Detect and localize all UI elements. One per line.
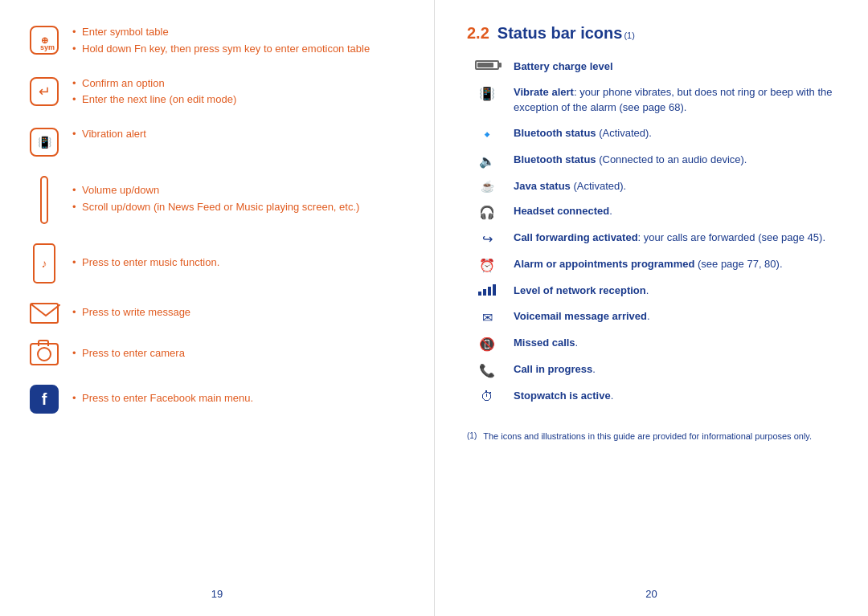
voicemail-desc: . [647, 310, 650, 322]
camera-bullet-list: Press to enter camera [72, 345, 402, 362]
status-missed: 📵 Missed calls. [467, 335, 836, 352]
vibrate-icon-col: 📳 [467, 84, 507, 101]
java-icon: ☕ [481, 180, 494, 193]
list-item: Volume up/down [72, 182, 402, 199]
item-facebook: f Press to enter Facebook main menu. [24, 383, 402, 414]
list-item: Scroll up/down (in News Feed or Music pl… [72, 199, 402, 216]
forwarding-icon: ↪ [482, 231, 493, 247]
bluetooth2-desc: (Connected to an audio device). [596, 153, 747, 165]
battery-label: Battery charge level [514, 60, 613, 72]
alarm-icon: ⏰ [479, 258, 495, 273]
item-enter: ↵ Confirm an option Enter the next line … [24, 75, 402, 109]
vibrate-icon: 📳 [479, 86, 495, 101]
message-text-col: Press to write message [64, 304, 402, 321]
network-icon-col [467, 283, 507, 296]
bluetooth1-desc: (Activated). [596, 127, 652, 139]
voicemail-icon-col: ✉ [467, 308, 507, 325]
vibration-bullet-list: Vibration alert [72, 126, 402, 143]
java-icon-col: ☕ [467, 178, 507, 193]
alarm-text: Alarm or appointments programmed (see pa… [507, 256, 836, 272]
network-icon [478, 284, 496, 296]
forwarding-icon-col: ↪ [467, 230, 507, 247]
volume-key-icon [40, 176, 48, 224]
camera-text-col: Press to enter camera [64, 345, 402, 362]
item-vibration: 📳 Vibration alert [24, 126, 402, 157]
list-item: Press to write message [72, 304, 402, 321]
bluetooth1-icon: 🔹 [479, 127, 495, 142]
battery-icon-col [467, 59, 507, 70]
status-vibrate: 📳 Vibrate alert: your phone vibrates, bu… [467, 84, 836, 116]
status-headset: 🎧 Headset connected. [467, 203, 836, 220]
footnote: (1) The icons and illustrations in this … [467, 430, 836, 443]
sym-text-col: Enter symbol table Hold down Fn key, the… [64, 24, 402, 58]
status-alarm: ⏰ Alarm or appointments programmed (see … [467, 256, 836, 273]
battery-text: Battery charge level [507, 59, 836, 75]
item-sym: ⊕ sym Enter symbol table Hold down Fn ke… [24, 24, 402, 58]
call-icon: 📞 [479, 363, 495, 378]
section-header: 2.2 Status bar icons (1) [467, 24, 836, 43]
section-superscript: (1) [624, 31, 634, 40]
voicemail-icon: ✉ [482, 310, 493, 325]
enter-icon-col: ↵ [24, 75, 64, 106]
item-music: ♪ Press to enter music function. [24, 242, 402, 284]
message-bullet-list: Press to write message [72, 304, 402, 321]
battery-icon [475, 60, 499, 70]
item-message: Press to write message [24, 301, 402, 324]
bluetooth2-text: Bluetooth status (Connected to an audio … [507, 152, 836, 168]
headset-desc: . [609, 205, 612, 217]
volume-bullet-list: Volume up/down Scroll up/down (in News F… [72, 182, 402, 216]
call-text: Call in progress. [507, 361, 836, 377]
enter-text-col: Confirm an option Enter the next line (o… [64, 75, 402, 109]
section-title: Status bar icons [497, 24, 623, 43]
left-page: ⊕ sym Enter symbol table Hold down Fn ke… [0, 0, 434, 616]
missed-call-icon: 📵 [479, 337, 495, 352]
stopwatch-icon-col: ⏱ [467, 388, 507, 404]
headset-text: Headset connected. [507, 203, 836, 219]
headset-icon-col: 🎧 [467, 203, 507, 220]
stopwatch-icon: ⏱ [481, 390, 493, 404]
list-item: Confirm an option [72, 75, 402, 92]
headset-icon: 🎧 [479, 205, 495, 220]
camera-key-icon [30, 343, 59, 365]
network-text: Level of network reception. [507, 283, 836, 299]
status-stopwatch: ⏱ Stopwatch is active. [467, 388, 836, 404]
vibration-icon-col: 📳 [24, 126, 64, 157]
right-page: 2.2 Status bar icons (1) Battery charge … [434, 0, 868, 616]
missed-desc: . [575, 337, 579, 349]
sym-bullet-list: Enter symbol table Hold down Fn key, the… [72, 24, 402, 58]
missed-text: Missed calls. [507, 335, 836, 351]
enter-bullet-list: Confirm an option Enter the next line (o… [72, 75, 402, 109]
status-bluetooth2: 🔈 Bluetooth status (Connected to an audi… [467, 152, 836, 169]
alarm-icon-col: ⏰ [467, 256, 507, 273]
missed-label: Missed calls [514, 337, 575, 349]
call-label: Call in progress [514, 363, 592, 375]
vibrate-label: Vibrate alert [514, 86, 574, 98]
item-camera: Press to enter camera [24, 341, 402, 365]
sym-key-icon: ⊕ sym [30, 26, 59, 55]
status-java: ☕ Java status (Activated). [467, 178, 836, 194]
list-item: Press to enter camera [72, 345, 402, 362]
envelope-key-icon [30, 303, 59, 324]
bluetooth2-icon-col: 🔈 [467, 152, 507, 169]
headset-label: Headset connected [514, 205, 609, 217]
status-network: Level of network reception. [467, 283, 836, 299]
call-icon-col: 📞 [467, 361, 507, 378]
network-desc: . [646, 284, 649, 296]
status-voicemail: ✉ Voicemail message arrived. [467, 308, 836, 325]
alarm-desc: (see page 77, 80). [694, 258, 782, 270]
stopwatch-desc: . [611, 390, 614, 402]
envelope-icon-col [24, 301, 64, 324]
bluetooth1-icon-col: 🔹 [467, 125, 507, 142]
voicemail-label: Voicemail message arrived [514, 310, 647, 322]
list-item: Press to enter music function. [72, 255, 402, 271]
footnote-number: (1) [467, 430, 477, 443]
list-item: Press to enter Facebook main menu. [72, 390, 402, 407]
volume-icon-col [24, 174, 64, 224]
network-label: Level of network reception [514, 284, 646, 296]
voicemail-text: Voicemail message arrived. [507, 308, 836, 324]
forwarding-text: Call forwarding activated: your calls ar… [507, 230, 836, 246]
java-desc: (Activated). [571, 180, 626, 192]
vibration-text-col: Vibration alert [64, 126, 402, 143]
facebook-icon-col: f [24, 383, 64, 414]
java-text: Java status (Activated). [507, 178, 836, 194]
